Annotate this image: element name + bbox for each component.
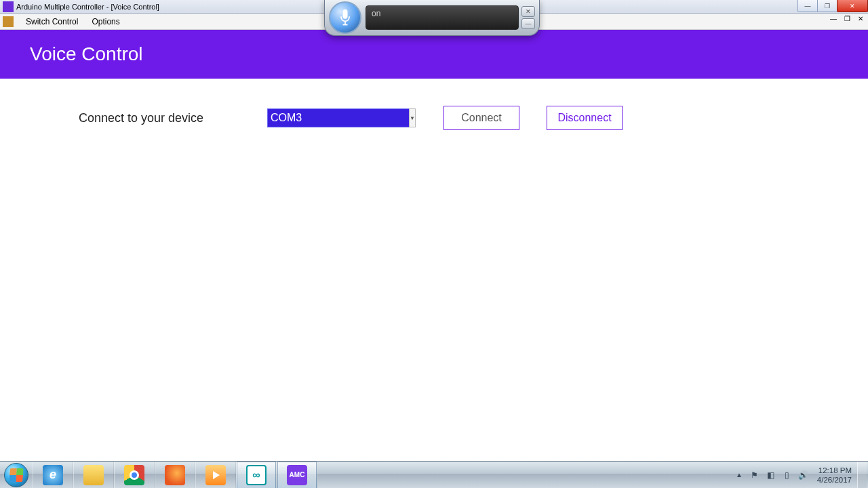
folder-icon [83,465,104,485]
speech-status-text: on [372,9,380,18]
connect-row: Connect to your device ▼ Connect Disconn… [0,106,868,130]
play-icon [205,465,226,485]
menu-options[interactable]: Options [85,16,126,28]
taskbar-pinned-apps: ∞ AMC [33,462,317,488]
arduino-icon: ∞ [246,465,267,485]
page-header: Voice Control [0,30,868,79]
connect-label: Connect to your device [79,111,267,125]
window-control-buttons: — ❐ ✕ [798,0,868,13]
show-desktop-button[interactable] [857,462,867,489]
taskbar[interactable]: ∞ AMC ▲ ⚑ ◧ ▯ 🔊 12:18 PM 4/26/2017 [0,461,868,488]
port-combobox[interactable]: ▼ [267,108,388,127]
main-content: Connect to your device ▼ Connect Disconn… [0,79,868,461]
app-icon [3,1,14,12]
disconnect-button-label: Disconnect [557,112,611,124]
desktop-root: on ✕ — Arduino Multiple Controller - [Vo… [0,0,868,488]
minimize-button[interactable]: — [797,0,818,12]
mdi-close[interactable]: ✕ [856,15,865,22]
window-title: Arduino Multiple Controller - [Voice Con… [16,3,159,11]
tray-show-hidden-icons[interactable]: ▲ [736,471,743,479]
taskbar-arduino-ide[interactable]: ∞ [236,462,277,489]
system-tray: ▲ ⚑ ◧ ▯ 🔊 12:18 PM 4/26/2017 [736,462,868,488]
page-title: Voice Control [30,43,143,65]
amc-icon: AMC [287,465,307,485]
taskbar-ie[interactable] [33,462,73,489]
chevron-down-icon[interactable]: ▼ [409,108,416,127]
tray-clock[interactable]: 12:18 PM 4/26/2017 [812,466,857,485]
tray-battery-icon[interactable]: ▯ [781,469,793,481]
tray-date: 4/26/2017 [817,475,852,485]
tray-time: 12:18 PM [817,466,852,475]
tray-volume-icon[interactable]: 🔊 [797,469,810,481]
connect-button[interactable]: Connect [443,106,519,130]
menu-switch-control[interactable]: Switch Control [19,16,85,28]
tray-network-icon[interactable]: ◧ [765,469,777,481]
ie-icon [43,465,63,485]
svg-rect-0 [343,9,348,18]
speech-close-button[interactable]: ✕ [521,6,535,17]
windows-logo-icon [4,463,28,487]
tray-action-center-icon[interactable]: ⚑ [749,469,761,481]
connect-button-label: Connect [461,112,502,124]
port-field[interactable] [267,108,410,127]
speech-recognition-widget[interactable]: on ✕ — [324,0,540,36]
speech-minimize-button[interactable]: — [521,18,535,29]
speech-status-display: on [366,5,519,30]
disconnect-button[interactable]: Disconnect [547,106,623,130]
mdi-minimize[interactable]: — [829,15,838,22]
start-button[interactable] [0,462,33,489]
mdi-buttons: — ❐ ✕ [829,15,865,22]
taskbar-mediaplayer[interactable] [195,462,236,489]
speech-side-buttons: ✕ — [521,6,535,29]
chrome-icon [124,465,144,485]
microphone-button[interactable] [329,1,361,34]
menu-app-icon [3,16,14,27]
taskbar-firefox[interactable] [155,462,195,489]
mdi-restore[interactable]: ❐ [842,15,852,22]
maximize-button[interactable]: ❐ [817,0,837,12]
taskbar-amc-app[interactable]: AMC [277,462,317,489]
firefox-icon [165,465,185,485]
taskbar-chrome[interactable] [114,462,155,489]
close-button[interactable]: ✕ [837,0,868,12]
taskbar-explorer[interactable] [73,462,114,489]
microphone-icon [338,8,353,27]
